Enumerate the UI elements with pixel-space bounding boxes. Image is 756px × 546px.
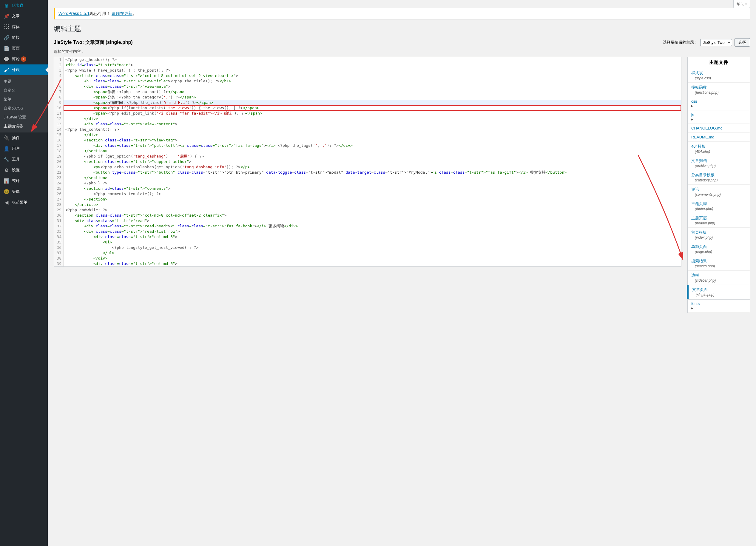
menu-label: 统计 <box>12 178 20 183</box>
menu-item-plugin[interactable]: 🔌插件 <box>0 132 48 143</box>
code-line[interactable]: 22 <button type=class="t-str">"button" c… <box>54 170 681 175</box>
code-line[interactable]: 37 </ul> <box>54 250 681 256</box>
menu-item-dashboard[interactable]: ◉仪表盘 <box>0 0 48 11</box>
code-line[interactable]: 33 <div class=class="t-str">"read-list r… <box>54 229 681 234</box>
help-tab[interactable]: 帮助 <box>733 0 750 8</box>
code-line[interactable]: 18 </section> <box>54 148 681 154</box>
code-line[interactable]: 23 </section> <box>54 175 681 181</box>
dashboard-icon: ◉ <box>4 2 10 8</box>
code-text: <span>分类：<?php the_category(',') ?></spa… <box>64 95 681 100</box>
menu-item-media[interactable]: 🖼媒体 <box>0 21 48 32</box>
code-line[interactable]: 8 <span>分类：<?php the_category(',') ?></s… <box>54 95 681 100</box>
code-line[interactable]: 4 <article class=class="t-str">"col-md-8… <box>54 73 681 78</box>
wp-version-link[interactable]: WordPress 5.5.1 <box>58 11 90 16</box>
line-number: 21 <box>54 164 64 170</box>
code-line[interactable]: 15 </div> <box>54 132 681 138</box>
theme-file-item[interactable]: README.md <box>688 133 750 142</box>
line-number: 12 <box>54 116 64 121</box>
code-line[interactable]: 19 <?php if (get_option('tang_dashang') … <box>54 154 681 159</box>
theme-file-item[interactable]: 文章归档(archive.php) <box>688 156 750 170</box>
code-line[interactable]: 30 <section class=class="t-str">"col-md-… <box>54 213 681 218</box>
code-editor[interactable]: 1<?php get_header(); ?>2<div id=class="t… <box>54 57 681 267</box>
theme-file-item[interactable]: 分类目录模板(category.php) <box>688 170 750 185</box>
file-path: (index.php) <box>691 235 713 240</box>
menu-item-brush[interactable]: 🖌外观 <box>0 64 48 75</box>
file-name: 单独页面 <box>691 244 746 249</box>
submenu-item[interactable]: 主题 <box>0 77 48 86</box>
line-number: 1 <box>54 57 64 62</box>
code-line[interactable]: 7 <span>作者：<?php the_author() ?></span> <box>54 89 681 95</box>
line-number: 6 <box>54 84 64 89</box>
main-content: 帮助 WordPress 5.5.1现已可用！ 请现在更新。 编辑主题 JieS… <box>48 0 756 319</box>
line-number: 31 <box>54 218 64 223</box>
theme-file-item[interactable]: css <box>688 97 750 110</box>
line-number: 9 <box>54 100 64 105</box>
theme-file-item[interactable]: 404模板(404.php) <box>688 142 750 156</box>
code-line[interactable]: 9 <span>发布时间：<?php the_time('Y-m-d H:i')… <box>54 100 681 105</box>
code-line[interactable]: 36 <?php tangstyle_get_most_viewed(); ?> <box>54 245 681 250</box>
theme-select-button[interactable]: 选择 <box>735 38 750 47</box>
notice-mid: 现已可用！ <box>90 11 110 16</box>
submenu-item[interactable]: 自定义CSS <box>0 104 48 113</box>
code-line[interactable]: 12 </div> <box>54 116 681 121</box>
code-line[interactable]: 34 <div class=class="t-str">"col-md-6"> <box>54 234 681 240</box>
code-line[interactable]: 14<?php the_content(); ?> <box>54 127 681 132</box>
code-line[interactable]: 1<?php get_header(); ?> <box>54 57 681 62</box>
code-line[interactable]: 21 <p><?php echo stripslashes(get_option… <box>54 164 681 170</box>
theme-file-item[interactable]: 主题页眉(header.php) <box>688 213 750 228</box>
code-line[interactable]: 17 <div class=class="t-str">"pull-left">… <box>54 143 681 148</box>
submenu-item[interactable]: JieStyle 设置 <box>0 113 48 122</box>
theme-file-item[interactable]: 单独页面(page.php) <box>688 242 750 256</box>
code-line[interactable]: 25 <section id=class="t-str">"comments"> <box>54 186 681 191</box>
code-line[interactable]: 38 </div> <box>54 256 681 261</box>
code-line[interactable]: 6 <div class=class="t-str">"view-meta"> <box>54 84 681 89</box>
theme-file-item[interactable]: 边栏(sidebar.php) <box>688 271 750 285</box>
theme-file-item[interactable]: fonts <box>688 299 750 313</box>
code-line[interactable]: 32 <div class=class="t-str">"read-head">… <box>54 223 681 229</box>
menu-item-stats[interactable]: 📊统计 <box>0 175 48 186</box>
code-line[interactable]: 3<?php while ( have_posts() ) : the_post… <box>54 68 681 73</box>
submenu-item[interactable]: 主题编辑器 <box>0 122 48 131</box>
file-name: 主题页脚 <box>691 201 746 206</box>
code-line[interactable]: 29<?php endwhile; ?> <box>54 207 681 213</box>
submenu-item[interactable]: 自定义 <box>0 86 48 95</box>
menu-label: 页面 <box>12 46 20 51</box>
update-now-link[interactable]: 请现在更新 <box>112 11 132 16</box>
code-line[interactable]: 20 <section class=class="t-str">"support… <box>54 159 681 164</box>
menu-item-settings[interactable]: ⚙设置 <box>0 165 48 175</box>
theme-file-item[interactable]: 主题页脚(footer.php) <box>688 199 750 213</box>
submenu-item[interactable]: 菜单 <box>0 95 48 104</box>
code-line[interactable]: 26 <?php comments_template(); ?> <box>54 191 681 197</box>
theme-file-item[interactable]: 样式表(style.css) <box>688 68 750 83</box>
menu-item-link[interactable]: 🔗链接 <box>0 32 48 43</box>
code-line[interactable]: 27 </section> <box>54 197 681 202</box>
theme-file-item[interactable]: 搜索结果(search.php) <box>688 256 750 271</box>
theme-file-item[interactable]: 首页模板(index.php) <box>688 228 750 242</box>
theme-file-item[interactable]: 模板函数(functions.php) <box>688 83 750 97</box>
code-line[interactable]: 2<div id=class="t-str">"main"> <box>54 62 681 68</box>
code-line[interactable]: 24 <?php } ?> <box>54 181 681 186</box>
avatar-icon: 🙂 <box>4 189 10 195</box>
code-line[interactable]: 11 <span><?php edit_post_link('<i class=… <box>54 111 681 116</box>
theme-file-item[interactable]: 文章页面(single.php) <box>687 285 750 299</box>
theme-file-item[interactable]: CHANGELOG.md <box>688 124 750 133</box>
code-line[interactable]: 28 </article> <box>54 202 681 207</box>
code-line[interactable]: 16 <section class=class="t-str">"view-ta… <box>54 138 681 143</box>
code-line[interactable]: 13 <div class=class="t-str">"view-conten… <box>54 121 681 127</box>
code-line[interactable]: 10 <span><?php if(function_exists('the_v… <box>54 105 681 111</box>
menu-item-collapse[interactable]: ◀收起菜单 <box>0 197 48 208</box>
theme-file-item[interactable]: 评论(comments.php) <box>688 185 750 199</box>
menu-item-comment[interactable]: 💬评论1 <box>0 54 48 64</box>
code-line[interactable]: 5 <h1 class=class="t-str">"view-title"><… <box>54 78 681 84</box>
code-line[interactable]: 35 <ul> <box>54 240 681 245</box>
menu-item-user[interactable]: 👤用户 <box>0 143 48 154</box>
menu-item-avatar[interactable]: 🙂头像 <box>0 186 48 197</box>
code-line[interactable]: 31 <div class=class="t-str">"read"> <box>54 218 681 223</box>
menu-item-page[interactable]: 📄页面 <box>0 43 48 54</box>
code-line[interactable]: 39 <div class=class="t-str">"col-md-6"> <box>54 261 681 266</box>
menu-item-tool[interactable]: 🔧工具 <box>0 154 48 165</box>
theme-select-dropdown[interactable]: JieStyle Two <box>700 39 732 46</box>
menu-item-pin[interactable]: 📌文章 <box>0 11 48 21</box>
line-number: 5 <box>54 78 64 84</box>
theme-file-item[interactable]: js <box>688 110 750 124</box>
